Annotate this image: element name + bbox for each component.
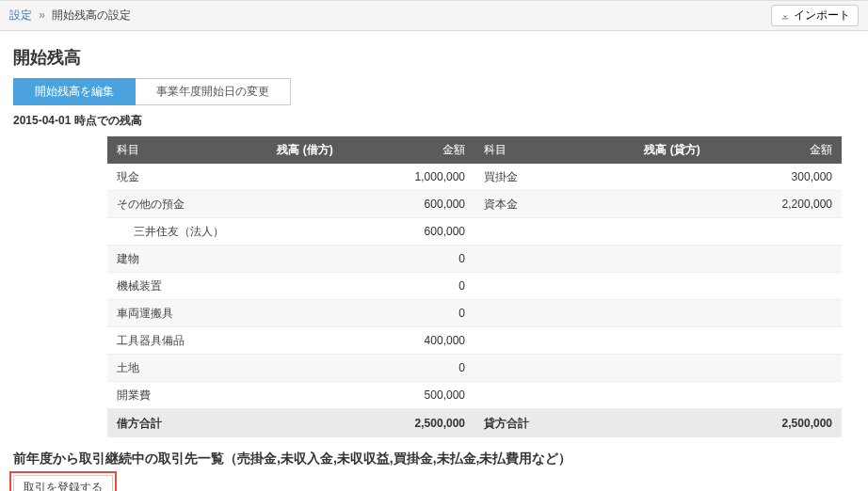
- debit-row-amount: 600,000: [362, 193, 474, 215]
- credit-row-subject: [474, 227, 729, 236]
- credit-table-row: [474, 327, 842, 355]
- debit-row-subject: 建物: [107, 246, 362, 272]
- credit-table-row: [474, 300, 842, 327]
- debit-table-row: 車両運搬具0: [107, 300, 474, 327]
- debit-table-row: 機械装置0: [107, 273, 474, 300]
- credit-row-subject: [474, 309, 729, 318]
- credit-row-amount: [729, 363, 842, 372]
- debit-row-subject: 工具器具備品: [107, 328, 362, 354]
- breadcrumb-root-link[interactable]: 設定: [9, 8, 32, 22]
- debit-row-subject: 現金: [107, 165, 362, 190]
- credit-row-subject: 資本金: [474, 192, 729, 217]
- debit-row-subject: 機械装置: [107, 274, 362, 299]
- debit-table-row: 工具器具備品400,000: [107, 327, 474, 355]
- balances-table: 科目 残高 (借方) 金額 現金1,000,000その他の預金600,000三井…: [107, 136, 842, 437]
- debit-row-amount: 500,000: [362, 384, 474, 406]
- tab-change-start-date[interactable]: 事業年度開始日の変更: [136, 78, 291, 105]
- debit-table-row: その他の預金600,000: [107, 191, 474, 218]
- debit-total-amount: 2,500,000: [362, 412, 474, 435]
- credit-row-amount: 300,000: [729, 166, 842, 188]
- tab-edit-balance[interactable]: 開始残高を編集: [13, 78, 136, 105]
- debit-row-amount: 1,000,000: [362, 166, 474, 188]
- credit-row-amount: 2,200,000: [729, 193, 842, 215]
- debit-row-amount: 0: [362, 247, 474, 270]
- debit-table-row: 三井住友（法人）600,000: [107, 218, 474, 246]
- debit-header-title: 残高 (借方): [201, 136, 409, 164]
- credit-row-subject: [474, 254, 729, 263]
- credit-table-row: 資本金2,200,000: [474, 191, 842, 218]
- credit-header-title: 残高 (貸方): [569, 136, 776, 164]
- credit-row-amount: [729, 227, 842, 236]
- tabs: 開始残高を編集 事業年度開始日の変更: [13, 78, 855, 105]
- debit-row-subject: 車両運搬具: [107, 301, 362, 326]
- debit-table-row: 建物0: [107, 246, 474, 273]
- credit-header-subject: 科目: [474, 136, 569, 164]
- debit-row-amount: 0: [362, 275, 474, 297]
- debit-row-amount: 600,000: [362, 220, 474, 243]
- credit-row-subject: 買掛金: [474, 165, 729, 190]
- credit-row-subject: [474, 390, 729, 400]
- credit-table-row: [474, 218, 842, 246]
- credit-row-amount: [729, 254, 842, 263]
- balance-date-line: 2015-04-01 時点での残高: [13, 113, 855, 129]
- credit-row-amount: [729, 309, 842, 318]
- credit-total-amount: 2,500,000: [729, 412, 842, 435]
- import-button-label: インポート: [794, 8, 850, 24]
- credit-table-row: [474, 246, 842, 273]
- import-icon: [780, 11, 791, 21]
- debit-header-subject: 科目: [107, 136, 201, 164]
- credit-table-row: [474, 382, 842, 409]
- debit-table-row: 土地0: [107, 355, 474, 382]
- breadcrumb: 設定 » 開始残高の設定: [9, 8, 131, 24]
- debit-header: 科目 残高 (借方) 金額: [107, 136, 474, 164]
- credit-row-amount: [729, 281, 842, 291]
- credit-row-subject: [474, 281, 729, 291]
- debit-table-row: 開業費500,000: [107, 382, 474, 409]
- credit-row-subject: [474, 363, 729, 372]
- credit-row-subject: [474, 336, 729, 345]
- debit-row-subject: その他の預金: [107, 192, 362, 217]
- credit-table-row: 買掛金300,000: [474, 164, 842, 191]
- credit-table-row: [474, 273, 842, 300]
- page-title: 開始残高: [13, 46, 855, 69]
- credit-header-amount: 金額: [776, 136, 842, 164]
- debit-column: 科目 残高 (借方) 金額 現金1,000,000その他の預金600,000三井…: [107, 136, 474, 437]
- debit-row-subject: 土地: [107, 356, 362, 381]
- credit-total-row: 貸方合計 2,500,000: [474, 409, 842, 437]
- debit-total-row: 借方合計 2,500,000: [107, 409, 474, 437]
- debit-row-amount: 0: [362, 302, 474, 325]
- debit-total-label: 借方合計: [107, 411, 362, 436]
- debit-row-subject: 開業費: [107, 383, 362, 408]
- debit-row-amount: 400,000: [362, 329, 474, 352]
- breadcrumb-separator: »: [39, 8, 45, 22]
- debit-header-amount: 金額: [409, 136, 474, 164]
- credit-column: 科目 残高 (貸方) 金額 買掛金300,000資本金2,200,000 貸方合…: [474, 136, 842, 437]
- breadcrumb-current: 開始残高の設定: [52, 8, 131, 22]
- register-transaction-button[interactable]: 取引を登録する: [13, 475, 113, 491]
- credit-row-amount: [729, 390, 842, 400]
- transactions-heading: 前年度から取引継続中の取引先一覧（売掛金,未収入金,未収収益,買掛金,未払金,未…: [13, 451, 855, 467]
- debit-table-row: 現金1,000,000: [107, 164, 474, 191]
- credit-table-row: [474, 355, 842, 382]
- import-button[interactable]: インポート: [771, 5, 859, 26]
- credit-total-label: 貸方合計: [474, 411, 729, 436]
- debit-row-subject: 三井住友（法人）: [107, 219, 362, 245]
- credit-header: 科目 残高 (貸方) 金額: [474, 136, 842, 164]
- debit-row-amount: 0: [362, 356, 474, 379]
- credit-row-amount: [729, 336, 842, 345]
